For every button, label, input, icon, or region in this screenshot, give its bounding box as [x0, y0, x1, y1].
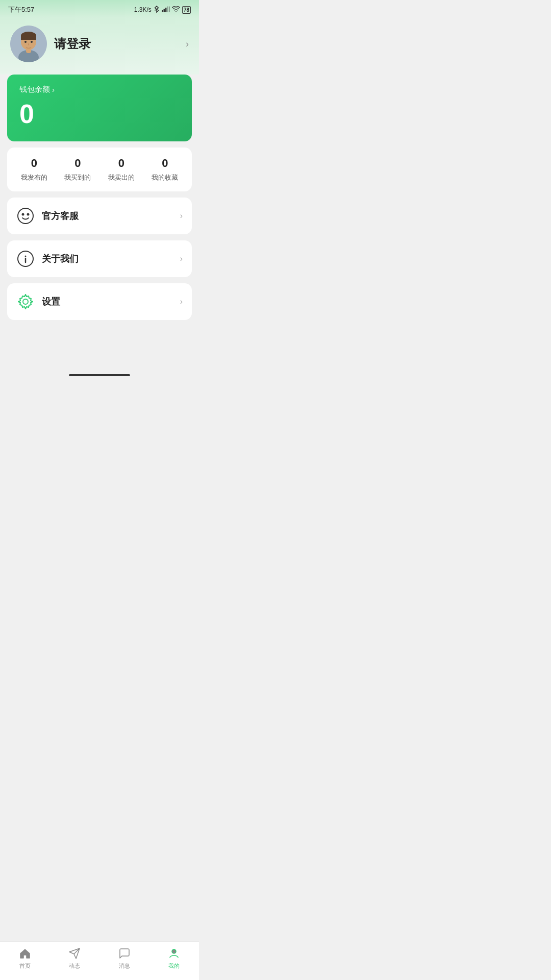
bluetooth-icon — [154, 6, 160, 14]
main-content: 钱包余额 › 0 0 我发布的 0 我买到的 0 我卖出的 0 我的收藏 官方客… — [0, 75, 199, 372]
stat-number: 0 — [74, 157, 81, 170]
profile-chevron-icon: › — [186, 39, 189, 50]
avatar — [10, 26, 47, 62]
svg-rect-5 — [169, 6, 170, 12]
svg-rect-4 — [167, 6, 168, 12]
status-right: 1.3K/s 78 — [134, 6, 191, 14]
svg-rect-1 — [162, 10, 163, 12]
profile-left: 请登录 — [10, 26, 91, 62]
menu-left: 设置 — [16, 292, 60, 311]
svg-point-18 — [25, 256, 27, 257]
stat-label: 我买到的 — [64, 173, 91, 182]
svg-point-13 — [31, 41, 33, 43]
login-text: 请登录 — [54, 36, 91, 52]
stat-number: 0 — [162, 157, 168, 170]
menu-chevron-icon: › — [180, 254, 183, 263]
home-indicator — [69, 374, 130, 376]
svg-point-16 — [27, 213, 30, 216]
svg-point-12 — [24, 41, 27, 43]
svg-rect-2 — [163, 9, 165, 12]
menu-item-customer-service[interactable]: 官方客服 › — [7, 198, 192, 234]
header-area: 请登录 › — [0, 17, 199, 75]
wallet-label: 钱包余额 › — [19, 85, 180, 94]
svg-point-20 — [23, 299, 28, 304]
stats-card: 0 我发布的 0 我买到的 0 我卖出的 0 我的收藏 — [7, 148, 192, 191]
menu-left: 关于我们 — [16, 250, 79, 268]
profile-row[interactable]: 请登录 › — [10, 26, 189, 62]
wifi-icon — [172, 6, 180, 14]
settings-icon — [16, 292, 35, 311]
stat-item[interactable]: 0 我的收藏 — [152, 157, 178, 182]
menu-chevron-icon: › — [180, 297, 183, 306]
status-bar: 下午5:57 1.3K/s 78 — [0, 0, 199, 17]
stat-label: 我卖出的 — [108, 173, 135, 182]
stat-label: 我发布的 — [21, 173, 47, 182]
menu-item-settings[interactable]: 设置 › — [7, 283, 192, 320]
menu-left: 官方客服 — [16, 207, 79, 225]
wallet-card[interactable]: 钱包余额 › 0 — [7, 75, 192, 141]
stat-item[interactable]: 0 我买到的 — [64, 157, 91, 182]
stat-number: 0 — [118, 157, 124, 170]
stat-item[interactable]: 0 我发布的 — [21, 157, 47, 182]
menu-chevron-icon: › — [180, 211, 183, 220]
stat-number: 0 — [31, 157, 37, 170]
network-speed: 1.3K/s — [134, 6, 152, 13]
stat-label: 我的收藏 — [152, 173, 178, 182]
svg-rect-11 — [21, 36, 36, 40]
svg-point-14 — [18, 208, 33, 224]
menu-item-about[interactable]: 关于我们 › — [7, 240, 192, 277]
about-icon — [16, 250, 35, 268]
menu-label: 官方客服 — [42, 210, 79, 222]
svg-point-15 — [22, 213, 24, 216]
wallet-balance: 0 — [19, 101, 180, 127]
svg-rect-3 — [165, 8, 167, 12]
signal-icon — [162, 6, 170, 14]
battery-icon: 78 — [182, 6, 191, 14]
customer-service-icon — [16, 207, 35, 225]
menu-label: 关于我们 — [42, 253, 79, 265]
wallet-chevron-icon: › — [52, 85, 55, 94]
status-time: 下午5:57 — [8, 5, 34, 14]
stat-item[interactable]: 0 我卖出的 — [108, 157, 135, 182]
menu-label: 设置 — [42, 296, 60, 308]
